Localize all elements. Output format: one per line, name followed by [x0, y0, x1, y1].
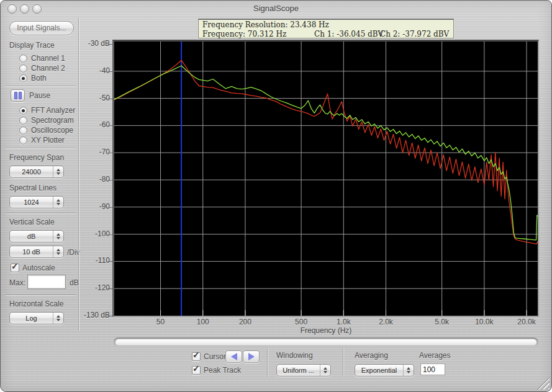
stepper-arrows-icon	[53, 231, 63, 242]
sidebar-divider	[6, 86, 76, 86]
radio-icon	[19, 136, 27, 145]
spectral-lines-select[interactable]: 1024	[9, 196, 64, 208]
db-per-div-select[interactable]: 10 dB	[9, 246, 64, 258]
x-tick-label: 2.0k	[368, 318, 405, 326]
cursor-checkbox[interactable]	[192, 352, 201, 361]
stepper-arrows-icon	[403, 365, 414, 376]
pause-icon	[19, 92, 22, 99]
radio-icon	[19, 107, 27, 115]
spectral-lines-label: Spectral Lines	[9, 184, 57, 192]
y-tick	[107, 316, 112, 316]
windowing-label: Windowing	[276, 351, 313, 360]
frequency-span-select[interactable]: 24000	[9, 166, 64, 178]
stepper-arrows-icon	[320, 365, 330, 376]
pause-button[interactable]	[11, 89, 25, 102]
y-tick	[107, 234, 112, 235]
x-axis-title: Frequency (Hz)	[289, 326, 363, 335]
radio-icon	[19, 117, 27, 125]
peak-track-checkbox[interactable]	[192, 366, 201, 375]
ch2-readout: Ch 2: -37.972 dBV	[380, 30, 449, 38]
signalscope-window: SignalScope Input Signals... Display Tra…	[0, 0, 552, 392]
averages-label: Averages	[419, 351, 450, 360]
cursor-right-button[interactable]	[243, 350, 260, 363]
max-field[interactable]	[28, 275, 65, 288]
horizontal-scrollbar-thumb[interactable]	[115, 339, 537, 346]
windowing-select[interactable]: Uniform ...	[276, 364, 331, 376]
horizontal-scrollbar-track[interactable]	[114, 337, 538, 347]
y-tick-label: -30 dB	[74, 39, 110, 48]
y-tick-label: -50	[74, 94, 110, 102]
spectrum-plot[interactable]	[112, 40, 539, 317]
resize-grip[interactable]	[537, 377, 550, 390]
x-tick-label: 1.0k	[325, 318, 362, 326]
cursor-readout-box: Frequency Resolution: 23.438 Hz Frequenc…	[198, 19, 454, 38]
radio-icon	[19, 127, 27, 135]
y-tick-label: -130 dB	[74, 311, 110, 319]
sidebar-divider	[6, 295, 76, 295]
y-tick	[107, 99, 112, 99]
display-trace-label: Display Trace	[9, 41, 55, 50]
stepper-arrows-icon	[53, 166, 63, 177]
vertical-scale-unit-select[interactable]: dB	[9, 230, 64, 243]
radio-icon	[19, 55, 27, 63]
pause-icon	[14, 92, 17, 99]
y-tick-label: -60	[74, 120, 110, 129]
vertical-scale-label: Vertical Scale	[9, 218, 55, 226]
sidebar-divider	[6, 148, 76, 148]
y-tick-label: -90	[74, 202, 110, 211]
y-tick	[107, 180, 112, 180]
y-tick	[107, 261, 112, 262]
x-tick-label: 100	[184, 318, 222, 326]
trace-ch-1	[114, 60, 538, 244]
stepper-arrows-icon	[53, 197, 63, 208]
bottom-divider	[267, 347, 268, 377]
ch1-readout: Ch 1: -36.045 dBV	[314, 30, 383, 38]
radio-icon	[19, 65, 27, 73]
autoscale-checkbox[interactable]	[11, 264, 19, 272]
y-tick	[107, 71, 112, 72]
peak-track-label: Peak Track	[204, 366, 241, 375]
x-tick-label: 20.0k	[508, 318, 545, 326]
radio-icon	[19, 74, 27, 82]
y-tick	[107, 288, 112, 289]
cursor-left-button[interactable]	[225, 350, 242, 363]
stepper-arrows-icon	[53, 313, 63, 324]
x-tick-label: 50	[142, 318, 179, 326]
bottom-divider	[343, 347, 343, 377]
window-title: SignalScope	[1, 4, 551, 13]
spectrum-traces	[114, 42, 538, 316]
x-tick-label: 200	[227, 318, 264, 326]
y-tick-label: -80	[74, 175, 110, 184]
y-tick	[107, 207, 112, 208]
horizontal-scale-select[interactable]: Log	[9, 312, 64, 324]
horizontal-scale-label: Horizontal Scale	[9, 300, 63, 308]
x-tick-label: 5.0k	[423, 318, 461, 326]
arrow-right-icon	[248, 353, 255, 360]
frequency-span-label: Frequency Span	[9, 153, 64, 162]
x-tick-label: 500	[283, 318, 320, 326]
y-tick-label: -70	[74, 148, 110, 156]
frequency-readout: Frequency: 70.312 Hz	[202, 30, 286, 38]
averaging-select[interactable]: Exponential	[355, 364, 414, 376]
max-label: Max:	[9, 278, 25, 287]
y-tick-label: -40	[74, 66, 110, 75]
y-tick	[107, 153, 112, 153]
frequency-resolution-readout: Frequency Resolution: 23.438 Hz	[202, 20, 329, 29]
sidebar-divider	[6, 213, 76, 213]
stepper-arrows-icon	[53, 246, 63, 257]
y-tick-label: -100	[74, 229, 110, 238]
y-tick	[107, 125, 112, 126]
y-tick-label: -120	[74, 283, 110, 292]
autoscale-label: Autoscale	[22, 264, 55, 272]
y-tick	[107, 44, 112, 45]
averaging-label: Averaging	[355, 351, 388, 360]
pause-label: Pause	[29, 91, 50, 100]
arrow-left-icon	[231, 353, 237, 360]
averages-field[interactable]	[420, 363, 445, 375]
x-tick-label: 10.0k	[466, 318, 503, 326]
input-signals-button[interactable]: Input Signals...	[9, 21, 74, 35]
cursor-label: Cursor	[204, 352, 226, 361]
y-tick-label: -110	[74, 256, 110, 265]
